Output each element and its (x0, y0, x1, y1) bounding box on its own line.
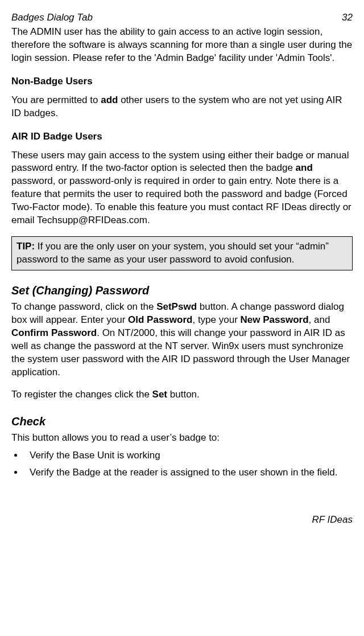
non-badge-paragraph: You are permitted to add other users to … (11, 94, 353, 120)
text-fragment: , type your (192, 314, 240, 325)
check-intro: This button allows you to read a user’s … (11, 432, 353, 445)
header-page-number: 32 (342, 11, 353, 24)
air-id-paragraph: These users may gain access to the syste… (11, 149, 353, 228)
set-password-paragraph-2: To register the changes click the Set bu… (11, 388, 353, 401)
bold-set: Set (152, 389, 167, 400)
page-header: Badges Dialog Tab 32 (11, 11, 353, 24)
set-password-paragraph-1: To change password, click on the SetPswd… (11, 301, 353, 379)
header-title: Badges Dialog Tab (11, 11, 93, 24)
text-fragment: , and (309, 314, 330, 325)
check-list: Verify the Base Unit is working Verify t… (24, 449, 353, 480)
tip-box: TIP: If you are the only user on your sy… (11, 236, 353, 270)
bold-and: and (296, 162, 313, 173)
intro-paragraph: The ADMIN user has the ability to gain a… (11, 26, 353, 65)
bold-setpswd: SetPswd (156, 301, 197, 312)
text-fragment: To change password, click on the (11, 301, 156, 312)
heading-check: Check (11, 414, 353, 429)
text-fragment: password, or password-only is required i… (11, 175, 351, 225)
bold-new-password: New Password (241, 314, 309, 325)
heading-non-badge-users: Non-Badge Users (11, 75, 353, 88)
tip-label: TIP: (16, 241, 35, 252)
text-fragment: button. (167, 389, 200, 400)
text-fragment: You are permitted to (11, 95, 101, 105)
bold-old-password: Old Password (128, 314, 192, 325)
heading-air-id-badge-users: AIR ID Badge Users (11, 130, 353, 143)
footer: RF IDeas (11, 514, 353, 527)
list-item: Verify the Base Unit is working (24, 449, 353, 462)
bold-confirm-password: Confirm Password (11, 327, 97, 338)
tip-text: If you are the only user on your system,… (16, 241, 329, 265)
bold-add: add (101, 95, 118, 105)
list-item: Verify the Badge at the reader is assign… (24, 466, 353, 479)
heading-set-password: Set (Changing) Password (11, 283, 353, 298)
text-fragment: To register the changes click the (11, 389, 152, 400)
